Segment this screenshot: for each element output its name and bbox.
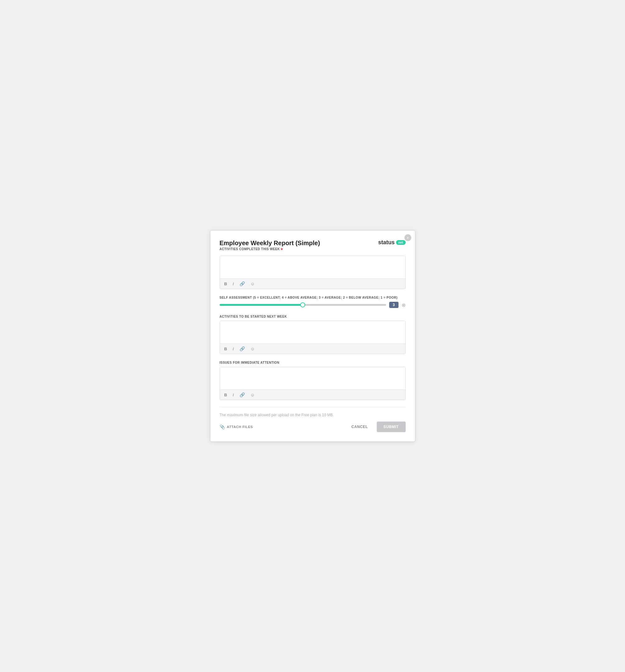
activities-next-week-section: ACTIVITIES TO BE STARTED NEXT WEEK B I 🔗… xyxy=(220,315,406,354)
footer-divider xyxy=(220,407,406,407)
link-button-2[interactable]: 🔗 xyxy=(238,346,246,352)
bold-button-2[interactable]: B xyxy=(223,346,229,352)
issues-input[interactable] xyxy=(220,367,405,388)
footer-actions: 📎 ATTACH FILES CANCEL SUBMIT xyxy=(220,422,406,432)
modal-subtitle: ACTIVITIES COMPLETED THIS WEEK★ xyxy=(220,247,320,251)
bold-button-3[interactable]: B xyxy=(223,392,229,398)
italic-button-2[interactable]: I xyxy=(232,346,235,352)
required-star: ★ xyxy=(280,247,283,251)
cancel-button[interactable]: CANCEL xyxy=(348,422,372,432)
activities-next-week-editor: B I 🔗 ☺ xyxy=(220,321,406,354)
modal-title-block: Employee Weekly Report (Simple) ACTIVITI… xyxy=(220,239,320,251)
modal-title: Employee Weekly Report (Simple) xyxy=(220,239,320,247)
submit-button[interactable]: SUBMIT xyxy=(377,422,406,432)
link-button-1[interactable]: 🔗 xyxy=(238,281,246,287)
page-wrapper: × Employee Weekly Report (Simple) ACTIVI… xyxy=(0,0,625,672)
link-button-3[interactable]: 🔗 xyxy=(238,392,246,398)
slider-clear-button[interactable]: ⊗ xyxy=(402,302,406,308)
brand-text: status xyxy=(378,239,394,246)
emoji-button-1[interactable]: ☺ xyxy=(249,281,256,287)
action-buttons: CANCEL SUBMIT xyxy=(348,422,406,432)
issues-toolbar: B I 🔗 ☺ xyxy=(220,389,405,400)
paperclip-icon: 📎 xyxy=(220,424,225,429)
issues-editor: B I 🔗 ☺ xyxy=(220,367,406,400)
file-info-text: The maximum file size allowed per upload… xyxy=(220,413,406,417)
close-button[interactable]: × xyxy=(404,234,411,241)
attach-files-button[interactable]: 📎 ATTACH FILES xyxy=(220,423,253,431)
activities-completed-toolbar: B I 🔗 ☺ xyxy=(220,279,405,289)
activities-next-week-toolbar: B I 🔗 ☺ xyxy=(220,343,405,354)
self-assessment-slider[interactable] xyxy=(220,304,386,306)
italic-button-1[interactable]: I xyxy=(232,281,235,287)
self-assessment-section: SELF ASSESSMENT (5 = EXCELLENT; 4 = ABOV… xyxy=(220,296,406,308)
brand-logo: status net xyxy=(378,239,405,246)
attach-files-label: ATTACH FILES xyxy=(227,425,253,429)
emoji-button-3[interactable]: ☺ xyxy=(249,392,256,398)
activities-completed-section: B I 🔗 ☺ xyxy=(220,256,406,289)
italic-button-3[interactable]: I xyxy=(232,392,235,398)
activities-completed-editor: B I 🔗 ☺ xyxy=(220,256,406,289)
emoji-button-2[interactable]: ☺ xyxy=(249,346,256,352)
slider-value-badge: 3 xyxy=(389,302,399,308)
brand-badge: net xyxy=(396,240,406,245)
self-assessment-label: SELF ASSESSMENT (5 = EXCELLENT; 4 = ABOV… xyxy=(220,296,406,299)
subtitle-text: ACTIVITIES COMPLETED THIS WEEK xyxy=(220,247,280,251)
bold-button-1[interactable]: B xyxy=(223,281,229,287)
activities-next-week-label: ACTIVITIES TO BE STARTED NEXT WEEK xyxy=(220,315,406,318)
issues-section: ISSUES FOR IMMEDIATE ATTENTION B I 🔗 ☺ xyxy=(220,361,406,400)
footer-section: The maximum file size allowed per upload… xyxy=(220,413,406,432)
slider-container: 3 ⊗ xyxy=(220,302,406,308)
issues-label: ISSUES FOR IMMEDIATE ATTENTION xyxy=(220,361,406,364)
modal-dialog: × Employee Weekly Report (Simple) ACTIVI… xyxy=(210,230,415,442)
modal-header: Employee Weekly Report (Simple) ACTIVITI… xyxy=(220,239,406,251)
activities-next-week-input[interactable] xyxy=(220,321,405,342)
activities-completed-input[interactable] xyxy=(220,256,405,277)
